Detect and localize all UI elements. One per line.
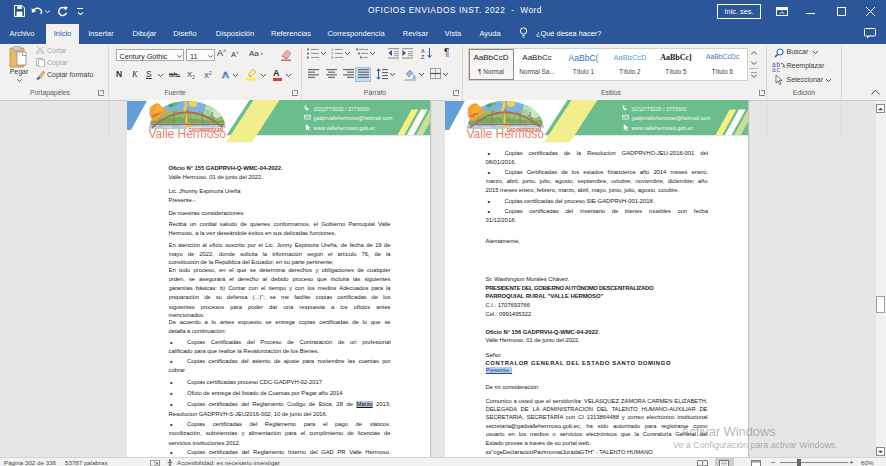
- svg-text:Z: Z: [421, 54, 425, 59]
- svg-text:GAD PARROQUIAL: GAD PARROQUIAL: [189, 128, 225, 133]
- svg-text:A: A: [421, 48, 425, 54]
- svg-text:www.vallehermoso.gob.ec: www.vallehermoso.gob.ec: [631, 125, 693, 131]
- svg-text:gadprvallehermoso@hotmail.com: gadprvallehermoso@hotmail.com: [631, 115, 711, 121]
- svg-text:3: 3: [331, 56, 333, 59]
- svg-text:(02)2773220 / 2773300: (02)2773220 / 2773300: [631, 106, 686, 112]
- svg-text:a: a: [772, 66, 776, 72]
- svg-text:www.vallehermoso.gob.ec: www.vallehermoso.gob.ec: [314, 125, 376, 131]
- svg-text:gadprvallehermoso@hotmail.com: gadprvallehermoso@hotmail.com: [314, 115, 394, 121]
- svg-text:(02)2773220 / 2773300: (02)2773220 / 2773300: [314, 106, 369, 112]
- svg-text:GAD PARROQUIAL: GAD PARROQUIAL: [506, 128, 542, 133]
